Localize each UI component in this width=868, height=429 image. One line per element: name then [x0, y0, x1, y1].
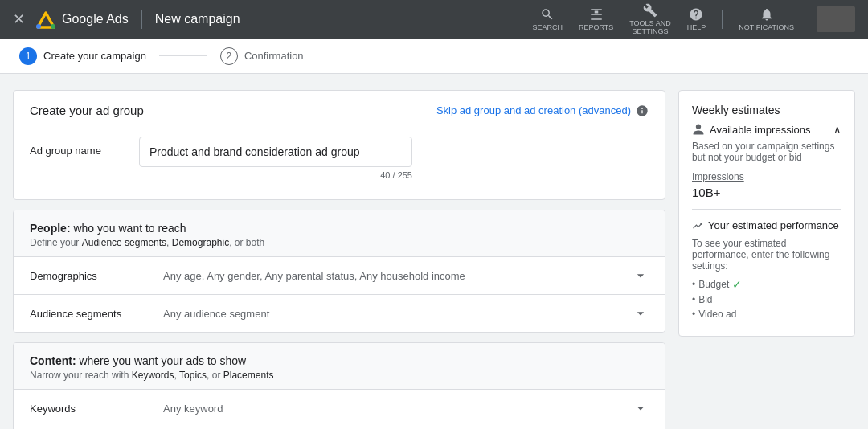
- perf-item-budget: • Budget ✓: [692, 278, 841, 291]
- perf-list: • Budget ✓ • Bid • Video ad: [692, 278, 841, 320]
- bullet-icon-bid: •: [692, 294, 695, 305]
- people-subtitle-suffix: , or both: [229, 237, 264, 248]
- available-impressions-label: Available impressions: [710, 124, 811, 136]
- ad-group-name-label: Ad group name: [30, 137, 126, 157]
- tools-nav-label: TOOLS ANDSETTINGS: [629, 19, 670, 35]
- content-section-subtitle: Narrow your reach with Keywords, Topics,…: [30, 370, 649, 381]
- account-avatar[interactable]: [817, 6, 855, 32]
- check-icon: ✓: [732, 278, 742, 291]
- perf-video-label: Video ad: [698, 308, 736, 320]
- people-title-bold: People:: [30, 222, 71, 235]
- perf-item-video: • Video ad: [692, 308, 841, 320]
- step-2-number: 2: [220, 47, 238, 65]
- perf-item-bid: • Bid: [692, 294, 841, 305]
- help-nav-label: HELP: [687, 23, 706, 31]
- char-count: 40 / 255: [139, 170, 412, 180]
- content-subtitle-bold1: Keywords: [132, 370, 174, 381]
- sidebar-divider: [692, 209, 841, 210]
- person-icon: [692, 123, 705, 136]
- trending-icon: [692, 220, 703, 231]
- step-2[interactable]: 2 Confirmation: [220, 47, 304, 65]
- content-subtitle-bold2: Topics: [179, 370, 207, 381]
- people-title-text: who you want to reach: [73, 222, 186, 235]
- people-section-subtitle: Define your Audience segments, Demograph…: [30, 237, 649, 248]
- content-section-title: Content: where you want your ads to show: [30, 354, 649, 367]
- people-subtitle-bold1: Audience segments: [82, 237, 166, 248]
- step-1-number: 1: [19, 47, 37, 65]
- content-title-bold: Content:: [30, 354, 76, 367]
- nav-sep-icon: [722, 10, 723, 29]
- content-subtitle-bold3: Placements: [223, 370, 274, 381]
- bullet-icon-video: •: [692, 308, 695, 320]
- available-impressions-header: Available impressions ∧: [692, 123, 841, 136]
- ad-group-card: Create your ad group Skip ad group and a…: [13, 90, 665, 200]
- notifications-nav-button[interactable]: NOTIFICATIONS: [739, 7, 794, 31]
- search-nav-label: SEARCH: [532, 23, 563, 31]
- people-subtitle-mid: ,: [166, 237, 172, 248]
- people-section-card: People: who you want to reach Define you…: [13, 210, 665, 333]
- top-nav: ✕ Google Ads New campaign SEARCH REPORTS…: [0, 0, 868, 39]
- audience-chevron-icon: [633, 305, 649, 321]
- brand-logo: Google Ads: [35, 8, 129, 31]
- demographics-chevron-icon: [633, 268, 649, 284]
- weekly-estimates-title: Weekly estimates: [692, 104, 841, 116]
- main-layout: Create your ad group Skip ad group and a…: [0, 74, 868, 429]
- main-content: Create your ad group Skip ad group and a…: [13, 90, 665, 429]
- svg-point-3: [51, 24, 55, 29]
- audience-segments-row[interactable]: Audience segments Any audience segment: [14, 295, 665, 332]
- impressions-subtext: Based on your campaign settings but not …: [692, 141, 841, 163]
- brand-name: Google Ads: [62, 12, 129, 27]
- step-bar: 1 Create your campaign 2 Confirmation: [0, 39, 868, 74]
- audience-value: Any audience segment: [150, 308, 633, 320]
- google-ads-logo-icon: [35, 8, 57, 31]
- perf-subtext: To see your estimated performance, enter…: [692, 238, 841, 272]
- bullet-icon: •: [692, 279, 695, 290]
- nav-actions: SEARCH REPORTS TOOLS ANDSETTINGS HELP NO…: [532, 3, 855, 35]
- content-title-text: where you want your ads to show: [79, 354, 246, 367]
- ad-group-title: Create your ad group: [30, 104, 144, 117]
- close-button[interactable]: ✕: [13, 10, 25, 28]
- collapse-impressions-button[interactable]: ∧: [833, 124, 841, 136]
- keywords-label: Keywords: [30, 402, 150, 415]
- page-title: New campaign: [155, 12, 240, 27]
- notifications-nav-label: NOTIFICATIONS: [739, 23, 794, 31]
- people-section-title: People: who you want to reach: [30, 222, 649, 235]
- ad-group-name-input-wrap: 40 / 255: [139, 137, 649, 180]
- sidebar: Weekly estimates Available impressions ∧…: [678, 90, 855, 429]
- perf-budget-label: Budget: [698, 279, 729, 290]
- tools-nav-button[interactable]: TOOLS ANDSETTINGS: [629, 3, 670, 35]
- ad-group-name-input[interactable]: [139, 137, 412, 167]
- svg-rect-5: [594, 11, 598, 14]
- demographics-label: Demographics: [30, 270, 150, 282]
- reports-nav-label: REPORTS: [579, 23, 613, 31]
- audience-label: Audience segments: [30, 308, 150, 320]
- search-nav-button[interactable]: SEARCH: [532, 7, 563, 31]
- impressions-label: Impressions: [692, 171, 841, 182]
- step-1-label: Create your campaign: [43, 50, 146, 62]
- available-impressions-title-wrap: Available impressions: [692, 123, 811, 136]
- weekly-estimates-label: Weekly estimates: [692, 104, 780, 116]
- ad-group-card-header: Create your ad group Skip ad group and a…: [14, 91, 665, 124]
- help-nav-button[interactable]: HELP: [687, 7, 706, 31]
- step-2-label: Confirmation: [244, 50, 304, 62]
- info-icon: [636, 104, 649, 117]
- demographics-value: Any age, Any gender, Any parental status…: [150, 270, 633, 282]
- content-section-header: Content: where you want your ads to show…: [14, 343, 665, 390]
- keywords-chevron-icon: [633, 400, 649, 416]
- impressions-value: 10B+: [692, 186, 841, 199]
- step-1[interactable]: 1 Create your campaign: [19, 47, 146, 65]
- svg-point-2: [36, 24, 41, 29]
- content-subtitle-prefix: Narrow your reach with: [30, 370, 132, 381]
- step-connector: [156, 55, 211, 56]
- ad-group-card-body: Ad group name 40 / 255: [14, 124, 665, 199]
- keywords-row[interactable]: Keywords Any keyword: [14, 390, 665, 427]
- nav-divider: [141, 10, 142, 29]
- content-section-card: Content: where you want your ads to show…: [13, 342, 665, 429]
- people-subtitle-bold2: Demographic: [172, 237, 229, 248]
- demographics-row[interactable]: Demographics Any age, Any gender, Any pa…: [14, 257, 665, 295]
- reports-nav-button[interactable]: REPORTS: [579, 7, 613, 31]
- perf-title: Your estimated performance: [692, 219, 841, 231]
- perf-bid-label: Bid: [698, 294, 712, 305]
- skip-link[interactable]: Skip ad group and ad creation (advanced): [436, 104, 631, 116]
- ad-group-name-row: Ad group name 40 / 255: [30, 130, 649, 186]
